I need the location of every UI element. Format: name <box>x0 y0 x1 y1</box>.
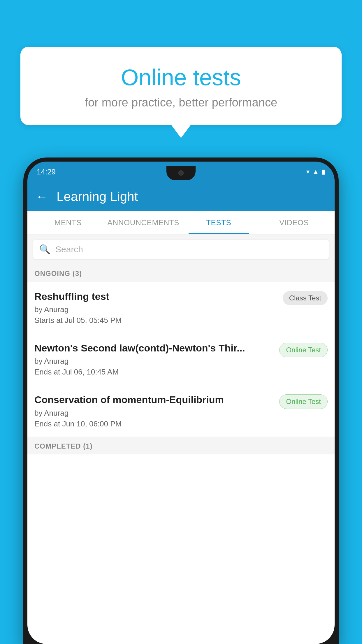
phone-frame: 14:29 ▾ ▲ ▮ ← Learning Light MENTS ANNOU… <box>23 158 339 644</box>
signal-icon: ▲ <box>312 168 319 176</box>
completed-label: COMPLETED (1) <box>34 442 93 450</box>
test-date: Ends at Jun 10, 06:00 PM <box>34 419 275 428</box>
promo-title: Online tests <box>32 64 330 91</box>
test-name: Newton's Second law(contd)-Newton's Thir… <box>34 342 275 354</box>
test-badge: Online Test <box>279 394 328 409</box>
search-icon: 🔍 <box>39 244 51 255</box>
test-item[interactable]: Newton's Second law(contd)-Newton's Thir… <box>27 333 335 385</box>
tab-announcements[interactable]: ANNOUNCEMENTS <box>106 211 181 234</box>
test-author: by Anurag <box>34 305 278 314</box>
completed-section-header: COMPLETED (1) <box>27 437 335 454</box>
ongoing-label: ONGOING (3) <box>34 270 82 277</box>
tabs-bar: MENTS ANNOUNCEMENTS TESTS VIDEOS <box>27 211 335 235</box>
back-button[interactable]: ← <box>36 190 48 203</box>
search-placeholder: Search <box>55 244 83 254</box>
test-item[interactable]: Conservation of momentum-Equilibrium by … <box>27 385 335 437</box>
status-icons: ▾ ▲ ▮ <box>306 168 325 176</box>
clock: 14:29 <box>37 167 56 176</box>
test-list: Reshuffling test by Anurag Starts at Jul… <box>27 282 335 437</box>
test-info: Reshuffling test by Anurag Starts at Jul… <box>34 290 278 325</box>
tab-ments[interactable]: MENTS <box>30 211 106 234</box>
search-container: 🔍 Search <box>27 235 335 264</box>
promo-subtitle: for more practice, better performance <box>32 96 330 109</box>
test-info: Newton's Second law(contd)-Newton's Thir… <box>34 342 275 377</box>
test-info: Conservation of momentum-Equilibrium by … <box>34 393 275 428</box>
app-header: ← Learning Light <box>27 182 335 211</box>
camera <box>178 170 184 176</box>
tab-tests[interactable]: TESTS <box>181 211 256 234</box>
test-badge: Online Test <box>279 343 328 357</box>
test-item[interactable]: Reshuffling test by Anurag Starts at Jul… <box>27 282 335 333</box>
ongoing-section-header: ONGOING (3) <box>27 264 335 282</box>
phone-screen: ← Learning Light MENTS ANNOUNCEMENTS TES… <box>27 182 335 644</box>
test-badge: Class Test <box>283 291 328 305</box>
test-author: by Anurag <box>34 409 275 418</box>
app-title: Learning Light <box>57 189 138 204</box>
search-bar[interactable]: 🔍 Search <box>33 240 329 259</box>
test-author: by Anurag <box>34 357 275 366</box>
test-date: Ends at Jul 06, 10:45 AM <box>34 368 275 377</box>
test-name: Conservation of momentum-Equilibrium <box>34 393 275 406</box>
test-name: Reshuffling test <box>34 290 278 303</box>
battery-icon: ▮ <box>322 168 325 176</box>
phone-notch <box>166 166 196 180</box>
tab-videos[interactable]: VIDEOS <box>256 211 332 234</box>
status-bar: 14:29 ▾ ▲ ▮ <box>27 162 335 182</box>
test-date: Starts at Jul 05, 05:45 PM <box>34 316 278 325</box>
wifi-icon: ▾ <box>306 168 310 176</box>
promo-card: Online tests for more practice, better p… <box>20 47 342 125</box>
